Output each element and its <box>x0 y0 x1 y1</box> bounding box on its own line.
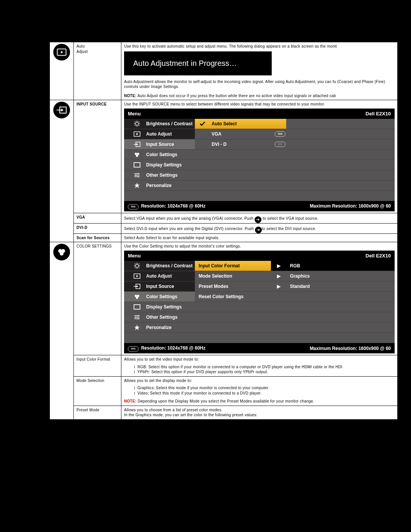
icf-label: Input Color Format <box>74 355 121 377</box>
svg-line-40 <box>135 264 135 264</box>
osd-left-other-settings[interactable]: Other Settings <box>124 170 195 181</box>
auto-adjust-icon <box>53 44 70 61</box>
svg-line-41 <box>139 267 139 268</box>
osd-dvi-connector-icon: ::::: <box>271 139 286 150</box>
svg-point-35 <box>135 264 139 267</box>
arrow-right-icon: ▶ <box>271 271 286 281</box>
osd-right-preset-value: Standard <box>286 281 395 292</box>
other-small-icon <box>133 314 141 320</box>
input-source-label: INPUT SOURCE <box>74 100 121 213</box>
svg-point-51 <box>137 295 139 297</box>
osd-left-color-settings[interactable]: Color Settings <box>124 292 195 302</box>
list-item: l RGB: Select this option if your monito… <box>134 364 395 370</box>
osd-left-brightness[interactable]: Brightness / Contrast <box>124 261 195 271</box>
dvid-label: DVI-D <box>74 223 121 233</box>
input-source-desc: Use the INPUT SOURCE menu to select betw… <box>121 100 398 213</box>
svg-line-13 <box>135 125 135 126</box>
osd-right-mode[interactable]: Mode Selection <box>195 271 271 281</box>
svg-line-42 <box>135 267 135 268</box>
osd-resolution: Resolution: 1024x768 @ 60Hz <box>141 345 206 351</box>
dvid-desc: Select DVI-D input when you are using th… <box>121 223 398 233</box>
osd-vga-connector-icon: \\\\\\ <box>271 129 286 139</box>
preset-mode-desc: Allows you to choose from a list of pres… <box>121 406 398 419</box>
osd-max-resolution: Maximum Resolution: 1600x900 @ 60 <box>310 345 391 351</box>
auto-adjust-note: NOTE: Auto Adjust does not occur if you … <box>124 93 395 99</box>
list-item: l Video: Select this mode if your monito… <box>134 391 395 396</box>
svg-rect-24 <box>134 163 140 167</box>
osd-max-resolution: Maximum Resolution: 1600x900 @ 60 <box>310 203 391 209</box>
input-source-icon <box>53 102 70 118</box>
svg-marker-60 <box>134 325 140 330</box>
input-small-icon <box>133 283 141 289</box>
osd-left-input-source[interactable]: Input Source <box>124 139 195 150</box>
svg-point-52 <box>136 297 138 299</box>
svg-rect-53 <box>134 305 140 309</box>
auto-adjust-small-icon <box>133 131 141 137</box>
color-settings-icon <box>53 244 70 260</box>
display-small-icon <box>133 304 141 310</box>
svg-point-30 <box>138 176 139 177</box>
osd-right-icf[interactable]: Input Color Format <box>195 261 271 271</box>
svg-marker-49 <box>137 285 138 288</box>
color-small-icon <box>133 294 141 300</box>
osd-right-mode-value: Graphics <box>286 271 395 281</box>
arrow-button-icon: ➔ <box>255 216 261 223</box>
osd-left-color-settings[interactable]: Color Settings <box>124 150 195 160</box>
osd-right-reset[interactable]: Reset Color Settings <box>195 292 271 302</box>
color-small-icon <box>133 152 141 158</box>
osd-right-icf-value: RGB <box>286 261 395 271</box>
osd-resolution: Resolution: 1024x768 @ 60Hz <box>141 203 206 209</box>
other-small-icon <box>133 172 141 178</box>
input-source-icon-cell <box>50 100 74 242</box>
brightness-icon <box>133 121 141 127</box>
vga-label: VGA <box>74 213 121 223</box>
osd-right-vga[interactable]: VGA <box>195 129 271 139</box>
connector-icon: \\\\\\ <box>128 346 139 351</box>
arrow-button-icon: ➔ <box>255 227 262 233</box>
brightness-icon <box>133 263 141 269</box>
mode-sel-desc: Allows you to set the display mode to: l… <box>121 376 398 406</box>
list-item: l YPbPr: Select this option if your DVD … <box>134 369 395 375</box>
osd-color-settings: Menu Dell E2X10 Brightness / Contrast Au… <box>124 251 395 353</box>
osd-right-dvid[interactable]: DVI - D <box>195 139 271 150</box>
osd-left-personalize[interactable]: Personalize <box>124 323 195 333</box>
osd-right-auto-select[interactable]: Auto Select <box>195 119 271 129</box>
svg-line-43 <box>139 264 139 264</box>
svg-point-57 <box>138 315 139 316</box>
svg-point-6 <box>135 122 139 125</box>
osd-left-auto-adjust[interactable]: Auto Adjust <box>124 271 195 281</box>
auto-adjust-desc: Use this key to activate automatic setup… <box>121 42 398 100</box>
osd-menu-label: Menu <box>128 110 141 117</box>
osd-left-brightness[interactable]: Brightness / Contrast <box>124 119 195 129</box>
scan-label: Scan for Sources <box>74 233 121 242</box>
svg-point-22 <box>137 153 139 155</box>
auto-adjust-label: AutoAdjust <box>74 42 121 100</box>
osd-model-label: Dell E2X10 <box>366 110 391 117</box>
osd-left-display-settings[interactable]: Display Settings <box>124 160 195 170</box>
mode-sel-label: Mode Selection <box>74 376 121 406</box>
svg-point-50 <box>135 295 137 297</box>
auto-adjust-small-icon <box>133 273 141 279</box>
osd-model-label: Dell E2X10 <box>366 252 391 259</box>
osd-left-other-settings[interactable]: Other Settings <box>124 312 195 323</box>
svg-point-59 <box>138 318 139 320</box>
list-item: l Graphics: Select this mode if your mon… <box>134 385 395 391</box>
osd-left-auto-adjust[interactable]: Auto Adjust <box>124 129 195 139</box>
mode-sel-note: NOTE: Depending upon the Display Mode yo… <box>124 399 395 404</box>
svg-line-11 <box>135 121 135 122</box>
icf-desc: Allows you to set the video input mode t… <box>121 355 398 377</box>
svg-marker-5 <box>61 109 64 112</box>
check-icon <box>199 121 206 127</box>
auto-adjust-intro-text: Use this key to activate automatic setup… <box>124 44 395 49</box>
star-icon <box>133 324 141 331</box>
svg-point-29 <box>135 175 137 176</box>
svg-point-58 <box>135 317 137 318</box>
osd-left-personalize[interactable]: Personalize <box>124 181 195 191</box>
osd-left-input-source[interactable]: Input Source <box>124 281 195 292</box>
osd-menu-label: Menu <box>128 252 141 259</box>
arrow-right-icon: ▶ <box>271 281 286 292</box>
osd-left-display-settings[interactable]: Display Settings <box>124 302 195 312</box>
svg-point-23 <box>136 155 138 157</box>
osd-right-preset[interactable]: Preset Modes <box>195 281 271 292</box>
input-small-icon <box>133 141 141 147</box>
